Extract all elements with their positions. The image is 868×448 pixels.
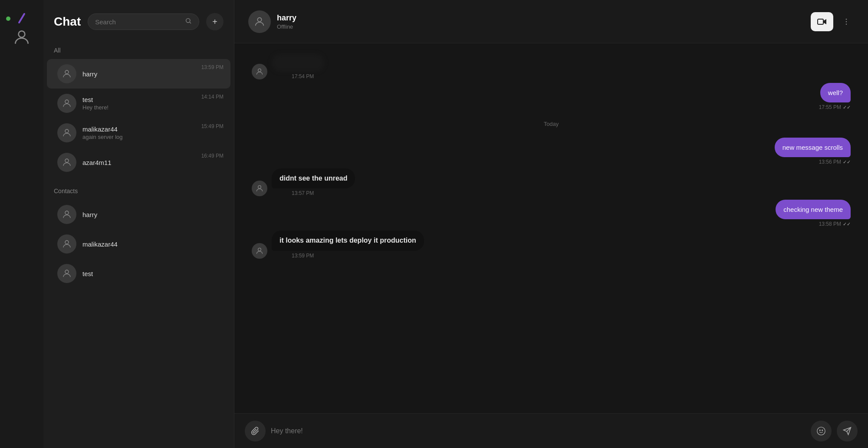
chat-item-info: test (82, 270, 220, 277)
avatar (57, 123, 76, 142)
chat-title: Chat (54, 15, 81, 29)
read-receipt-icon: ✓✓ (843, 105, 851, 110)
emoji-button[interactable] (811, 421, 832, 441)
svg-point-12 (846, 21, 847, 22)
chat-item-time: 13:59 PM (201, 64, 224, 70)
video-call-button[interactable] (811, 12, 833, 31)
svg-point-3 (65, 100, 69, 103)
section-contacts-label: Contacts (43, 184, 234, 200)
header-actions (811, 12, 854, 31)
svg-point-15 (258, 186, 261, 189)
chat-item-azar4m11[interactable]: azar4m11 16:49 PM (47, 148, 230, 177)
send-button[interactable] (837, 421, 858, 441)
message-wrap: new message scrolls 13:56 PM ✓✓ (252, 138, 851, 165)
message-wrap: ████████ 17:54 PM (252, 54, 851, 79)
svg-point-1 (186, 19, 190, 23)
date-divider: Today (252, 121, 851, 127)
msg-avatar (252, 181, 267, 196)
contact-status: Offline (277, 23, 811, 30)
message-wrap: well? 17:55 PM ✓✓ (252, 83, 851, 110)
svg-point-14 (258, 69, 261, 72)
svg-point-16 (258, 248, 261, 251)
chat-item-time: 15:49 PM (201, 123, 224, 129)
message-bubble-blurred: ████████ (272, 54, 324, 72)
message-bubble: well? (820, 83, 851, 102)
contact-info: harry Offline (277, 13, 811, 30)
avatar (57, 94, 76, 113)
avatar (57, 234, 76, 254)
message-bubble: new message scrolls (775, 138, 851, 157)
profile-icon[interactable] (12, 28, 31, 47)
input-area (234, 413, 868, 448)
msg-avatar (252, 243, 267, 259)
contact-name: malikazar44 (82, 240, 220, 248)
chat-item-info: harry (82, 70, 220, 78)
search-input[interactable] (95, 18, 181, 26)
more-options-button[interactable] (838, 14, 854, 30)
contacts-section: Contacts harry malikazar44 (43, 177, 234, 288)
chat-list: All harry 13:59 PM test Hey there! 14:14… (43, 43, 234, 448)
contact-item-test[interactable]: test (47, 259, 230, 288)
svg-point-13 (846, 23, 847, 25)
svg-point-7 (65, 240, 69, 244)
chat-item-time: 14:14 PM (201, 94, 224, 100)
svg-point-0 (19, 31, 25, 37)
contact-name: harry (82, 211, 220, 218)
chat-item-info: harry (82, 211, 220, 218)
attach-button[interactable] (245, 421, 266, 441)
section-all-label: All (43, 43, 234, 59)
message-wrap: didnt see the unread 13:57 PM (252, 168, 851, 196)
svg-point-5 (65, 159, 69, 162)
chat-item-preview: Hey there! (82, 104, 220, 111)
msg-time: 13:59 PM (272, 253, 424, 259)
message-wrap: checking new theme 13:58 PM ✓✓ (252, 200, 851, 227)
message-bubble: checking new theme (776, 200, 851, 219)
svg-point-19 (822, 430, 823, 431)
msg-time: 17:54 PM (272, 73, 324, 79)
chat-item-harry[interactable]: harry 13:59 PM (47, 59, 230, 89)
read-receipt-icon: ✓✓ (843, 159, 851, 165)
chat-item-info: test Hey there! (82, 96, 220, 111)
svg-rect-10 (818, 19, 823, 24)
chat-item-name: harry (82, 70, 220, 78)
msg-time: 17:55 PM ✓✓ (819, 104, 851, 110)
contact-name: test (82, 270, 220, 277)
msg-avatar (252, 64, 267, 79)
message-wrap: it looks amazing lets deploy it producti… (252, 231, 851, 258)
chat-list-panel: Chat + All harry 13:59 PM (43, 0, 234, 448)
svg-point-8 (65, 270, 69, 273)
contact-name: harry (277, 13, 811, 23)
contact-avatar (248, 10, 271, 33)
svg-point-9 (257, 17, 261, 21)
contact-item-malikazar44[interactable]: malikazar44 (47, 229, 230, 259)
messages-area: ████████ 17:54 PM well? 17:55 PM ✓✓ Toda… (234, 43, 868, 413)
search-box[interactable] (88, 13, 199, 30)
chat-item-info: malikazar44 (82, 240, 220, 248)
msg-time: 13:58 PM ✓✓ (819, 221, 851, 227)
contact-item-harry[interactable]: harry (47, 200, 230, 229)
svg-point-2 (65, 70, 69, 74)
message-input[interactable] (271, 427, 806, 435)
svg-point-4 (65, 129, 69, 133)
chat-main-header: harry Offline (234, 0, 868, 43)
chat-item-info: malikazar44 again server log (82, 125, 220, 140)
chat-item-info: azar4m11 (82, 159, 220, 166)
svg-point-18 (819, 430, 820, 431)
chat-item-test[interactable]: test Hey there! 14:14 PM (47, 89, 230, 118)
add-chat-button[interactable]: + (206, 13, 224, 30)
read-receipt-icon: ✓✓ (843, 221, 851, 227)
chat-panel-header: Chat + (43, 0, 234, 43)
search-icon (185, 17, 192, 26)
svg-point-11 (846, 18, 847, 20)
avatar (57, 153, 76, 172)
app-logo (12, 9, 31, 28)
avatar (57, 264, 76, 283)
avatar (57, 64, 76, 83)
chat-item-time: 16:49 PM (201, 153, 224, 159)
chat-item-name: test (82, 96, 220, 103)
message-bubble: didnt see the unread (272, 168, 355, 188)
chat-item-malikazar44[interactable]: malikazar44 again server log 15:49 PM (47, 118, 230, 148)
svg-point-6 (65, 211, 69, 214)
app-sidebar (0, 0, 43, 448)
status-dot (6, 16, 10, 21)
